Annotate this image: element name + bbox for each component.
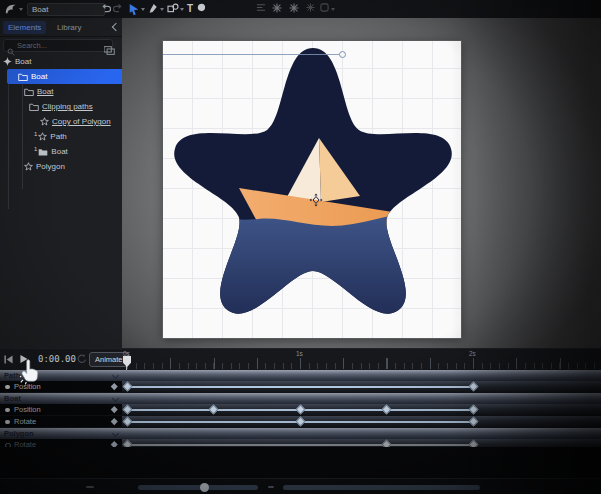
keyframe-diamond[interactable]: [382, 405, 392, 415]
property-enabled-icon[interactable]: [5, 420, 10, 425]
text-tool-icon[interactable]: T: [187, 3, 193, 14]
tree-item-polygon[interactable]: Polygon: [0, 159, 122, 174]
timeline-ruler[interactable]: 0s 1s 2s: [122, 349, 601, 370]
zoom-slider-thumb[interactable]: [200, 483, 209, 492]
collapse-group-icon[interactable]: [112, 372, 119, 379]
select-tool-icon[interactable]: [128, 3, 140, 16]
keyframe-diamond[interactable]: [295, 405, 305, 415]
keyframe-track[interactable]: [122, 416, 601, 427]
ruler-label: 0s: [123, 350, 130, 357]
add-keyframe-button[interactable]: [111, 383, 117, 389]
ruler-label: 1s: [296, 350, 303, 357]
boat-illustration[interactable]: [163, 41, 461, 338]
track-group-path[interactable]: Path: [0, 370, 601, 381]
top-toolbar: T: [0, 0, 601, 19]
keyframe-count-badge: 1: [34, 131, 37, 137]
ruler-major-ticks: [127, 358, 601, 369]
pen-tool-icon[interactable]: [148, 3, 159, 14]
app-logo-icon[interactable]: [4, 3, 17, 15]
sparkle-icon: [3, 57, 12, 66]
mask-icon: [306, 3, 315, 12]
keyframe-diamond[interactable]: [468, 382, 478, 392]
mouse-hand-cursor: [19, 358, 43, 386]
property-enabled-icon[interactable]: [5, 408, 10, 413]
tree-item-path[interactable]: 1 Path: [0, 129, 122, 144]
selection-guide-handle[interactable]: [339, 51, 346, 58]
keyframe-diamond[interactable]: [122, 382, 132, 392]
star-icon: [38, 132, 47, 141]
tab-elements[interactable]: Elements: [3, 21, 46, 34]
keyframe-diamond[interactable]: [209, 405, 219, 415]
track-boat-rotate[interactable]: Rotate: [0, 416, 601, 428]
track-path-position[interactable]: Position: [0, 381, 601, 393]
zoom-out-icon[interactable]: [86, 486, 94, 488]
property-enabled-icon[interactable]: [5, 385, 10, 390]
timeline-toolbar: 0:00.00 Animate 0s 1s 2s: [0, 349, 601, 371]
keyframe-diamond[interactable]: [295, 417, 305, 427]
pen-tool-caret-icon[interactable]: [160, 8, 164, 11]
boolean-subtract-icon: [289, 3, 299, 13]
select-tool-caret-icon[interactable]: [141, 8, 145, 11]
boolean-union-icon: [272, 3, 282, 13]
keyframe-diamond[interactable]: [122, 417, 132, 427]
timeline-panel: 0:00.00 Animate 0s 1s 2s Path Position: [0, 348, 601, 494]
more-tools-caret-icon: [331, 8, 335, 11]
tree-item-boat-group[interactable]: Boat: [0, 84, 122, 99]
loop-icon[interactable]: [77, 354, 87, 364]
timeline-bottom-bar: [0, 478, 601, 494]
timeline-zoom-slider[interactable]: [138, 485, 258, 490]
tree-item-boat-root[interactable]: Boat: [0, 54, 122, 69]
tab-library[interactable]: Library: [52, 21, 86, 34]
track-group-boat[interactable]: Boat: [0, 393, 601, 404]
undo-icon[interactable]: [101, 3, 111, 13]
keyframe-connector: [127, 444, 473, 446]
keyframe-track[interactable]: [122, 381, 601, 392]
search-input[interactable]: [3, 39, 113, 52]
layers-sidebar: Elements Library Boat Boat Boat: [0, 18, 123, 348]
redo-icon[interactable]: [113, 3, 123, 13]
align-icon: [256, 3, 266, 12]
layer-tree: Boat Boat Boat Clipping paths Copy of Po…: [0, 54, 122, 174]
artboard[interactable]: [163, 41, 461, 338]
shape-tool-caret-icon[interactable]: [180, 8, 184, 11]
track-boat-position[interactable]: Position: [0, 404, 601, 416]
more-tools-icon: [320, 3, 329, 12]
timeline-empty-area: [0, 447, 601, 478]
app-menu-caret-icon[interactable]: [19, 8, 23, 11]
folder-icon: [18, 73, 28, 81]
document-name-input[interactable]: [27, 3, 105, 16]
star-icon: [24, 162, 33, 171]
collapse-panel-icon[interactable]: [112, 23, 120, 31]
track-rows: Path Position Boat Position Rot: [0, 370, 601, 451]
divider-dash: [268, 486, 274, 488]
water-shape[interactable]: [163, 211, 461, 338]
tree-item-copy-of-polygon[interactable]: Copy of Polygon: [0, 114, 122, 129]
add-keyframe-button[interactable]: [111, 418, 117, 424]
keyframe-diamond[interactable]: [468, 405, 478, 415]
time-display: 0:00.00: [38, 354, 76, 364]
tree-item-clipping-paths[interactable]: Clipping paths: [0, 99, 122, 114]
canvas-viewport[interactable]: [122, 18, 601, 348]
timeline-horizontal-scrollbar[interactable]: [283, 485, 480, 490]
keyframe-track[interactable]: [122, 404, 601, 415]
star-icon: [40, 117, 49, 126]
shape-tool-icon[interactable]: [167, 3, 179, 13]
blob-tool-icon[interactable]: [197, 3, 206, 12]
keyframe-connector: [127, 386, 473, 388]
keyframe-diamond[interactable]: [468, 417, 478, 427]
collapse-group-icon[interactable]: [112, 395, 119, 402]
tree-item-boat-selected[interactable]: Boat: [0, 69, 122, 84]
search-row: [0, 36, 122, 54]
add-keyframe-button[interactable]: [111, 406, 117, 412]
folder-solid-icon: [38, 148, 48, 156]
track-group-polygon[interactable]: Polygon: [0, 428, 601, 439]
animation-app-window: T Elements Library Boat: [0, 0, 601, 494]
folder-icon: [29, 103, 39, 111]
tree-item-boat-leaf[interactable]: 1 Boat: [0, 144, 122, 159]
folder-icon: [24, 88, 34, 96]
selection-guide-line: [163, 54, 339, 55]
sidebar-tabs: Elements Library: [0, 18, 122, 37]
keyframe-diamond[interactable]: [122, 405, 132, 415]
collapse-group-icon[interactable]: [112, 430, 119, 437]
skip-to-start-icon[interactable]: [4, 355, 13, 364]
